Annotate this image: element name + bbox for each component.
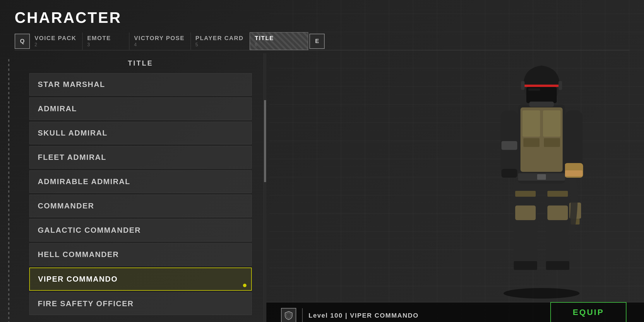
tab-emote-label: EMOTE: [87, 35, 111, 42]
tab-player-card-number: 5: [196, 42, 198, 47]
title-panel: TITLE STAR MARSHAL ADMIRAL SKULL ADMIRAL…: [18, 53, 263, 322]
tab-e-key[interactable]: E: [309, 34, 325, 49]
svg-rect-32: [529, 102, 554, 107]
svg-rect-29: [528, 88, 540, 91]
title-label-star-marshal: STAR MARSHAL: [38, 80, 105, 89]
character-svg: [486, 59, 597, 299]
status-icon-shield: [281, 308, 296, 322]
title-row-skull-admiral[interactable]: SKULL ADMIRAL: [29, 122, 252, 144]
left-sidebar-dash: [0, 53, 18, 322]
status-text: Level 100 | VIPER COMMANDO: [309, 312, 419, 319]
svg-rect-21: [523, 138, 539, 147]
svg-rect-24: [537, 174, 546, 180]
tab-q-key[interactable]: Q: [15, 34, 30, 49]
tab-victory-pose-number: 4: [134, 42, 137, 47]
tab-emote-number: 3: [87, 42, 90, 47]
title-row-star-marshal[interactable]: STAR MARSHAL: [29, 73, 252, 96]
svg-point-0: [503, 288, 580, 299]
tab-voice-pack-number: 2: [35, 42, 37, 47]
svg-rect-13: [501, 169, 517, 178]
tab-title-number: 6: [255, 42, 257, 47]
tab-voice-pack[interactable]: VOICE PACK 2: [30, 32, 83, 50]
page-title: CHARACTER: [15, 9, 629, 26]
title-label-fleet-admiral: FLEET ADMIRAL: [38, 153, 106, 162]
tab-player-card-label: PLAYER CARD: [196, 35, 244, 42]
svg-rect-2: [515, 205, 536, 220]
svg-rect-3: [515, 191, 536, 197]
title-label-viper-commando: VIPER COMMANDO: [38, 275, 118, 283]
equip-button-label: EQUIP: [573, 308, 604, 317]
selected-dot-indicator: [243, 284, 246, 287]
title-row-admirable-admiral[interactable]: ADMIRABLE ADMIRAL: [29, 170, 252, 193]
shield-icon: [284, 311, 293, 320]
svg-rect-16: [565, 170, 583, 176]
svg-rect-4: [514, 261, 537, 270]
tab-bar: Q VOICE PACK 2 EMOTE 3 VICTORY POSE 4 PL…: [15, 32, 629, 50]
svg-rect-27: [523, 85, 560, 87]
title-label-admirable-admiral: ADMIRABLE ADMIRAL: [38, 177, 130, 186]
svg-rect-19: [523, 110, 540, 137]
character-panel: Level 100 | VIPER COMMANDO EQUIP: [266, 53, 644, 322]
scroll-thumb: [264, 100, 266, 182]
title-row-fleet-admiral[interactable]: FLEET ADMIRAL: [29, 146, 252, 169]
title-row-admiral[interactable]: ADMIRAL: [29, 97, 252, 120]
panel-heading: TITLE: [29, 59, 252, 67]
svg-rect-31: [559, 81, 562, 90]
svg-rect-8: [546, 261, 569, 270]
title-list: STAR MARSHAL ADMIRAL SKULL ADMIRAL FLEET…: [29, 73, 252, 315]
title-row-hell-commander[interactable]: HELL COMMANDER: [29, 243, 252, 266]
title-row-commander[interactable]: COMMANDER: [29, 195, 252, 217]
tab-emote[interactable]: EMOTE 3: [83, 32, 129, 50]
character-figure: [486, 59, 597, 299]
svg-rect-6: [547, 205, 568, 220]
header: CHARACTER Q VOICE PACK 2 EMOTE 3 VICTORY…: [0, 0, 644, 53]
title-row-galactic-commander[interactable]: GALACTIC COMMANDER: [29, 219, 252, 242]
tab-victory-pose-label: VICTORY POSE: [134, 35, 185, 42]
main-content: CHARACTER Q VOICE PACK 2 EMOTE 3 VICTORY…: [0, 0, 644, 322]
scroll-track[interactable]: [263, 53, 266, 322]
svg-rect-12: [501, 141, 517, 150]
title-row-viper-commando[interactable]: VIPER COMMANDO: [29, 268, 252, 291]
title-row-fire-safety-officer[interactable]: FIRE SAFETY OFFICER: [29, 292, 252, 315]
status-divider: [302, 308, 303, 322]
svg-rect-20: [543, 110, 561, 137]
status-bar: Level 100 | VIPER COMMANDO EQUIP: [266, 302, 644, 322]
svg-rect-30: [521, 81, 525, 90]
tab-voice-pack-label: VOICE PACK: [35, 35, 76, 42]
tab-title-label: TITLE: [255, 35, 274, 42]
tab-victory-pose[interactable]: VICTORY POSE 4: [129, 32, 191, 50]
title-label-admiral: ADMIRAL: [38, 104, 77, 113]
svg-rect-22: [544, 138, 560, 147]
main-layout: TITLE STAR MARSHAL ADMIRAL SKULL ADMIRAL…: [0, 53, 644, 322]
tab-title[interactable]: TITLE 6: [250, 32, 308, 50]
title-label-galactic-commander: GALACTIC COMMANDER: [38, 226, 141, 234]
title-label-hell-commander: HELL COMMANDER: [38, 250, 119, 259]
tab-player-card[interactable]: PLAYER CARD 5: [191, 32, 250, 50]
title-label-commander: COMMANDER: [38, 201, 94, 210]
title-label-fire-safety-officer: FIRE SAFETY OFFICER: [38, 299, 134, 308]
title-label-skull-admiral: SKULL ADMIRAL: [38, 129, 107, 137]
equip-button[interactable]: EQUIP: [550, 302, 626, 322]
svg-rect-7: [547, 191, 568, 197]
dash-line: [8, 59, 9, 322]
